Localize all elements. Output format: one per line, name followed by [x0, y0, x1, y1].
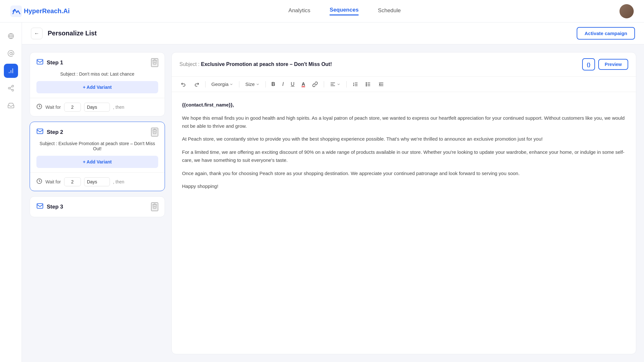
- step-1-footer: Wait for Days Hours Weeks , then: [30, 98, 165, 116]
- svg-point-5: [12, 89, 14, 91]
- bold-button[interactable]: B: [269, 80, 278, 88]
- svg-point-20: [366, 82, 367, 83]
- toolbar-sep-2: [239, 81, 239, 88]
- editor-subject-bar: Subject : Exclusive Promotion at peach s…: [172, 52, 636, 77]
- step-2-title: Step 2: [47, 129, 63, 135]
- step-2-wait-input[interactable]: [64, 177, 81, 186]
- step-2-title-area: Step 2: [36, 128, 63, 136]
- step-1-add-variant-button[interactable]: + Add Variant: [36, 81, 158, 93]
- curly-brace-button[interactable]: {}: [582, 58, 595, 70]
- step-3-header: Step 3: [30, 197, 165, 216]
- content-area: ← Personalize List Activate campaign Ste…: [22, 23, 644, 362]
- step-1-then-text: , then: [113, 105, 124, 110]
- step-2-header: Step 2: [30, 122, 165, 141]
- step-3-delete-button[interactable]: [151, 202, 158, 211]
- subject-right: {} Preview: [582, 58, 628, 70]
- svg-point-3: [12, 85, 14, 87]
- text-color-button[interactable]: A: [299, 80, 308, 88]
- step-1-title: Step 1: [47, 60, 63, 66]
- nav-center: Analytics Sequences Schedule: [70, 7, 620, 15]
- redo-button[interactable]: [191, 80, 202, 88]
- nav-schedule[interactable]: Schedule: [378, 7, 401, 15]
- svg-point-2: [10, 52, 12, 54]
- step-3-title: Step 3: [47, 204, 63, 210]
- svg-point-22: [366, 85, 367, 86]
- panels: Step 1 Subject : Don't miss out: Last ch…: [22, 44, 644, 362]
- editor-body[interactable]: {{contact.first_name}}, We hope this ema…: [172, 92, 636, 354]
- svg-rect-10: [37, 204, 43, 209]
- editor-subject-value: Exclusive Promotion at peach store – Don…: [201, 61, 332, 67]
- clock-icon-1: [36, 104, 42, 111]
- underline-button[interactable]: U: [288, 80, 297, 88]
- step-card-3: Step 3: [30, 196, 165, 217]
- step-card-2: Step 2 Subject : Exclusive Promotion at …: [30, 122, 165, 191]
- unordered-list-button[interactable]: [363, 80, 374, 88]
- editor-panel: Subject : Exclusive Promotion at peach s…: [171, 52, 636, 354]
- step-2-wait-label: Wait for: [45, 179, 61, 184]
- italic-button[interactable]: I: [280, 80, 286, 88]
- clock-icon-2: [36, 178, 42, 185]
- step-2-subject: Subject : Exclusive Promotion at peach s…: [30, 141, 165, 156]
- nav-analytics[interactable]: Analytics: [288, 7, 310, 15]
- avatar[interactable]: [620, 4, 634, 18]
- step-1-title-area: Step 1: [36, 58, 63, 67]
- sidebar-icon-workflow[interactable]: [4, 81, 18, 95]
- svg-point-21: [366, 84, 367, 84]
- toolbar-sep-4: [324, 81, 324, 88]
- page-title: Personalize List: [48, 30, 97, 37]
- step-1-wait-label: Wait for: [45, 105, 61, 110]
- nav-sequences[interactable]: Sequences: [330, 7, 359, 15]
- sidebar: [0, 23, 22, 362]
- preview-button[interactable]: Preview: [598, 59, 628, 70]
- svg-rect-8: [37, 129, 43, 134]
- ordered-list-button[interactable]: [350, 80, 361, 88]
- align-button[interactable]: [327, 80, 343, 88]
- toolbar-sep-3: [265, 81, 266, 88]
- step-2-days-select[interactable]: Days Hours Weeks: [84, 177, 110, 186]
- step-1-delete-button[interactable]: [151, 58, 158, 67]
- email-para-4: Once again, thank you for choosing Peach…: [182, 170, 626, 178]
- nav-right: [620, 4, 634, 18]
- step-1-days-select[interactable]: Days Hours Weeks: [84, 103, 110, 112]
- sidebar-icon-chart[interactable]: [4, 64, 18, 78]
- step-1-subject: Subject : Don't miss out: Last chance: [30, 71, 165, 81]
- font-select-button[interactable]: Georgia: [209, 80, 236, 88]
- svg-rect-6: [37, 60, 43, 64]
- main-layout: ← Personalize List Activate campaign Ste…: [0, 23, 644, 362]
- indent-button[interactable]: [376, 80, 387, 88]
- step-2-delete-button[interactable]: [151, 128, 158, 136]
- email-greeting: {{contact.first_name}},: [182, 101, 626, 109]
- back-button[interactable]: ←: [31, 28, 43, 39]
- sidebar-icon-globe[interactable]: [4, 29, 18, 43]
- email-sign: Happy shopping!: [182, 182, 626, 190]
- step-3-title-area: Step 3: [36, 202, 63, 211]
- step-2-add-variant-button[interactable]: + Add Variant: [36, 156, 158, 168]
- activate-campaign-button[interactable]: Activate campaign: [577, 27, 635, 40]
- steps-panel: Step 1 Subject : Don't miss out: Last ch…: [30, 52, 165, 362]
- editor-subject-label: Subject :: [179, 61, 199, 67]
- page-header-left: ← Personalize List: [31, 28, 97, 39]
- link-button[interactable]: [310, 80, 321, 88]
- step-3-email-icon: [36, 202, 43, 211]
- step-1-wait-input[interactable]: [64, 103, 81, 112]
- top-nav: HyperReach.Ai Analytics Sequences Schedu…: [0, 0, 644, 23]
- step-2-email-icon: [36, 128, 43, 136]
- email-para-3: For a limited time, we are offering an e…: [182, 148, 626, 164]
- email-para-1: We hope this email finds you in good hea…: [182, 114, 626, 130]
- toolbar-sep-1: [205, 81, 206, 88]
- step-1-email-icon: [36, 58, 43, 67]
- page-header: ← Personalize List Activate campaign: [22, 23, 644, 44]
- toolbar-sep-5: [346, 81, 347, 88]
- size-select-button[interactable]: Size: [243, 80, 262, 88]
- editor-toolbar: Georgia Size B I U A: [172, 77, 636, 92]
- step-2-then-text: , then: [113, 179, 124, 184]
- step-card-1: Step 1 Subject : Don't miss out: Last ch…: [30, 52, 165, 116]
- undo-button[interactable]: [178, 80, 189, 88]
- step-2-footer: Wait for Days Hours Weeks , then: [30, 172, 165, 191]
- sidebar-icon-at[interactable]: [4, 46, 18, 60]
- editor-subject-text: Subject : Exclusive Promotion at peach s…: [179, 61, 332, 67]
- email-para-2: At Peach store, we constantly strive to …: [182, 135, 626, 143]
- sidebar-icon-inbox[interactable]: [4, 98, 18, 113]
- step-1-header: Step 1: [30, 52, 165, 71]
- logo[interactable]: HyperReach.Ai: [10, 5, 70, 17]
